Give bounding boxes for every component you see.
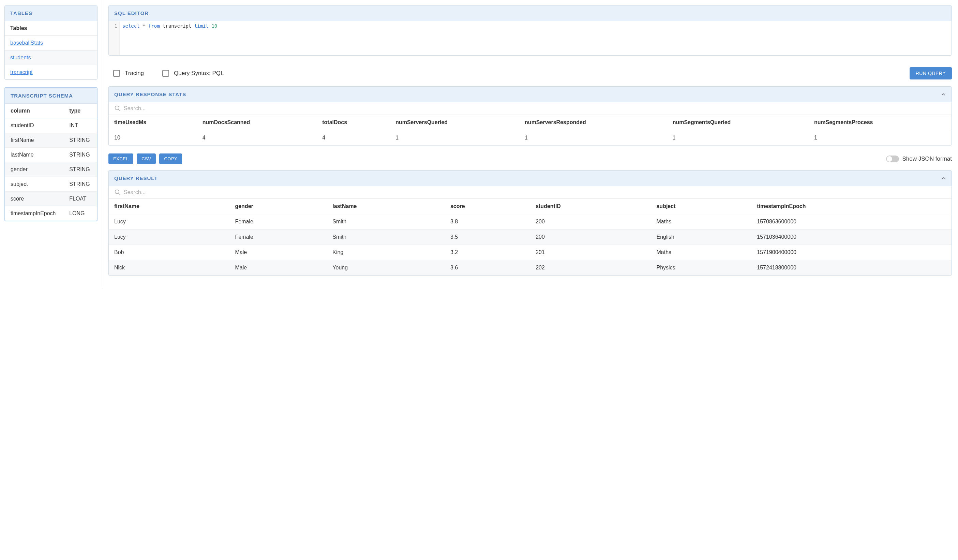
schema-row: subjectSTRING: [5, 177, 97, 192]
schema-cell-column: firstName: [5, 133, 64, 148]
chevron-up-icon[interactable]: [941, 92, 946, 97]
schema-cell-type: FLOAT: [64, 192, 97, 206]
schema-col-column: column: [5, 104, 64, 118]
svg-point-0: [115, 106, 119, 110]
schema-cell-column: score: [5, 192, 64, 206]
result-cell: Bob: [109, 245, 230, 260]
schema-row: lastNameSTRING: [5, 148, 97, 162]
stats-col[interactable]: numServersQueried: [390, 115, 519, 130]
stats-col[interactable]: totalDocs: [317, 115, 390, 130]
tracing-label: Tracing: [125, 70, 144, 77]
schema-cell-type: STRING: [64, 162, 97, 177]
table-item-students[interactable]: students: [5, 51, 97, 65]
table-link[interactable]: transcript: [10, 69, 33, 75]
export-row: EXCEL CSV COPY Show JSON format: [108, 154, 952, 164]
schema-cell-type: LONG: [64, 206, 97, 221]
table-row: BobMaleKing3.2201Maths1571900400000: [109, 245, 952, 260]
stats-header[interactable]: QUERY RESPONSE STATS: [109, 87, 952, 102]
stats-cell: 1: [390, 130, 519, 146]
schema-row: studentIDINT: [5, 118, 97, 133]
table-item-transcript[interactable]: transcript: [5, 65, 97, 79]
result-title: QUERY RESULT: [114, 175, 158, 181]
table-row: LucyFemaleSmith3.5200English157103640000…: [109, 230, 952, 245]
table-row: NickMaleYoung3.6202Physics1572418800000: [109, 260, 952, 276]
run-query-button[interactable]: RUN QUERY: [910, 67, 952, 79]
stats-cell: 1: [519, 130, 667, 146]
result-cell: Lucy: [109, 214, 230, 230]
tables-panel-title: TABLES: [10, 10, 32, 16]
result-cell: 201: [530, 245, 651, 260]
kw-limit: limit: [194, 23, 209, 29]
schema-cell-type: STRING: [64, 148, 97, 162]
schema-cell-column: studentID: [5, 118, 64, 133]
table-item-baseballStats[interactable]: baseballStats: [5, 36, 97, 51]
stats-col[interactable]: timeUsedMs: [109, 115, 197, 130]
copy-button[interactable]: COPY: [159, 154, 182, 164]
result-cell: Smith: [327, 230, 445, 245]
sidebar: TABLES Tables baseballStats students tra…: [0, 0, 102, 289]
result-col[interactable]: lastName: [327, 199, 445, 214]
result-cell: 1572418800000: [752, 260, 952, 276]
table-link[interactable]: baseballStats: [10, 40, 43, 46]
table-link[interactable]: students: [10, 55, 31, 60]
stats-panel: QUERY RESPONSE STATS timeUsedMsnumDocsSc…: [108, 86, 952, 146]
json-toggle[interactable]: [886, 155, 899, 162]
result-search-input[interactable]: [124, 189, 946, 195]
tables-panel: TABLES Tables baseballStats students tra…: [5, 5, 97, 80]
result-header[interactable]: QUERY RESULT: [109, 171, 952, 186]
result-col[interactable]: score: [445, 199, 530, 214]
result-cell: 3.6: [445, 260, 530, 276]
result-col[interactable]: firstName: [109, 199, 230, 214]
ident: transcript: [163, 23, 191, 29]
result-cell: Maths: [651, 214, 752, 230]
stats-search-input[interactable]: [124, 105, 946, 111]
tracing-checkbox[interactable]: [113, 70, 120, 77]
stats-col[interactable]: numDocsScanned: [197, 115, 317, 130]
sql-editor-header: SQL EDITOR: [109, 5, 952, 21]
result-cell: Female: [230, 214, 327, 230]
stats-title: QUERY RESPONSE STATS: [114, 91, 186, 97]
result-cell: 1571900400000: [752, 245, 952, 260]
stats-col[interactable]: numSegmentsQueried: [667, 115, 809, 130]
kw-from: from: [148, 23, 160, 29]
stats-cell: 4: [197, 130, 317, 146]
result-col[interactable]: gender: [230, 199, 327, 214]
chevron-up-icon[interactable]: [941, 176, 946, 181]
result-cell: 3.5: [445, 230, 530, 245]
result-table: firstNamegenderlastNamescorestudentIDsub…: [109, 199, 952, 276]
editor-code[interactable]: select * from transcript limit 10: [120, 21, 220, 55]
pql-checkbox[interactable]: [162, 70, 169, 77]
stats-cell: 1: [809, 130, 952, 146]
result-cell: Male: [230, 245, 327, 260]
schema-row: firstNameSTRING: [5, 133, 97, 148]
svg-point-2: [115, 190, 119, 194]
schema-cell-column: lastName: [5, 148, 64, 162]
stats-search-row: [109, 102, 952, 115]
result-col[interactable]: timestampInEpoch: [752, 199, 952, 214]
pql-label: Query Syntax: PQL: [174, 70, 224, 77]
result-cell: Young: [327, 260, 445, 276]
schema-cell-column: timestampInEpoch: [5, 206, 64, 221]
result-col[interactable]: subject: [651, 199, 752, 214]
stats-col[interactable]: numSegmentsProcess: [809, 115, 952, 130]
result-panel: QUERY RESULT firstNamegenderlastNamescor…: [108, 170, 952, 276]
csv-button[interactable]: CSV: [137, 154, 156, 164]
stats-col[interactable]: numServersResponded: [519, 115, 667, 130]
stats-cell: 10: [109, 130, 197, 146]
schema-panel-header: TRANSCRIPT SCHEMA: [5, 88, 97, 104]
json-toggle-label: Show JSON format: [902, 155, 952, 162]
main-content: SQL EDITOR 1 select * from transcript li…: [102, 0, 958, 289]
schema-cell-type: STRING: [64, 133, 97, 148]
num: 10: [211, 23, 217, 29]
result-cell: 1570863600000: [752, 214, 952, 230]
result-cell: 1571036400000: [752, 230, 952, 245]
result-cell: Physics: [651, 260, 752, 276]
result-cell: 200: [530, 230, 651, 245]
svg-line-1: [119, 109, 121, 111]
result-cell: 3.2: [445, 245, 530, 260]
stats-cell: 1: [667, 130, 809, 146]
excel-button[interactable]: EXCEL: [108, 154, 133, 164]
search-icon: [114, 105, 121, 112]
result-col[interactable]: studentID: [530, 199, 651, 214]
sql-editor-area[interactable]: 1 select * from transcript limit 10: [109, 21, 952, 55]
